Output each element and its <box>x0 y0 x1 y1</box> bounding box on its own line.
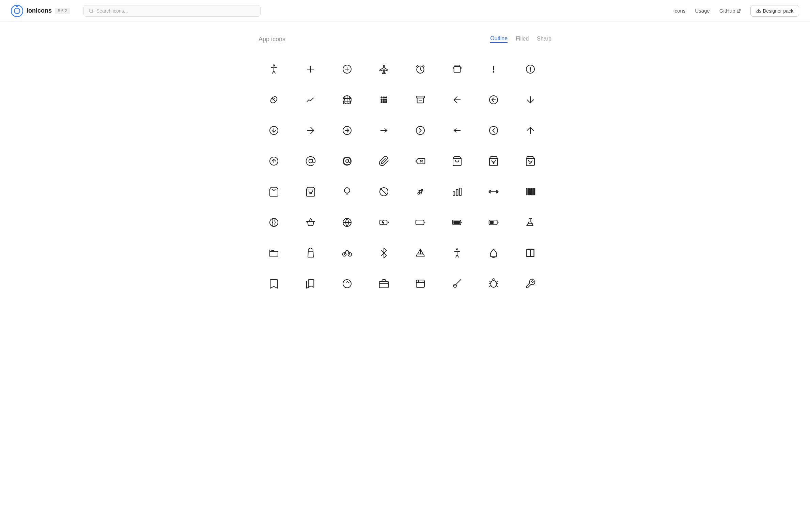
icon-bar-chart[interactable] <box>442 176 472 207</box>
svg-point-7 <box>273 65 275 66</box>
nav-github[interactable]: GitHub <box>719 8 741 14</box>
icon-add[interactable] <box>295 54 326 84</box>
icon-arrow-forward-circle[interactable] <box>332 115 362 146</box>
icon-baseball[interactable] <box>259 207 289 238</box>
icon-bag[interactable] <box>442 146 472 176</box>
icon-bluetooth[interactable] <box>369 238 399 268</box>
icon-bag-check[interactable] <box>515 146 546 176</box>
icon-battery-half[interactable] <box>478 207 509 238</box>
icon-american-football[interactable] <box>259 84 289 115</box>
svg-point-34 <box>381 99 382 100</box>
icon-at-circle[interactable] <box>332 146 362 176</box>
nav-usage[interactable]: Usage <box>695 8 710 14</box>
icon-apps[interactable] <box>369 84 399 115</box>
svg-point-1 <box>14 8 20 14</box>
icon-airplane[interactable] <box>369 54 399 84</box>
icon-bag-add[interactable] <box>478 146 509 176</box>
svg-rect-85 <box>526 189 527 195</box>
icon-bicycle[interactable] <box>332 238 362 268</box>
search-bar <box>83 5 261 17</box>
icon-ban[interactable] <box>369 176 399 207</box>
icon-at[interactable] <box>295 146 326 176</box>
icon-arrow-redo-circle[interactable] <box>405 115 436 146</box>
icon-arrow-down-circle[interactable] <box>259 115 289 146</box>
svg-line-5 <box>738 9 741 11</box>
svg-rect-15 <box>455 65 459 66</box>
icon-alarm[interactable] <box>405 54 436 84</box>
svg-line-23 <box>273 99 274 100</box>
icon-backspace[interactable] <box>405 146 436 176</box>
svg-line-125 <box>496 285 498 286</box>
svg-point-110 <box>343 280 351 288</box>
tab-sharp[interactable]: Sharp <box>537 36 551 43</box>
tab-outline[interactable]: Outline <box>490 35 508 43</box>
icon-brush[interactable] <box>442 268 472 299</box>
icon-arrow-down[interactable] <box>515 84 546 115</box>
icon-arrow-back[interactable] <box>442 84 472 115</box>
icon-boat[interactable] <box>405 238 436 268</box>
icon-arrow-back-circle[interactable] <box>478 84 509 115</box>
icon-bed[interactable] <box>259 238 289 268</box>
icon-briefcase[interactable] <box>369 268 399 299</box>
icon-grid <box>259 54 551 299</box>
icon-bookmarks[interactable] <box>295 268 326 299</box>
svg-rect-95 <box>416 220 424 224</box>
icon-battery-charging[interactable] <box>369 207 399 238</box>
icon-aperture[interactable] <box>332 84 362 115</box>
icon-alert-circle[interactable] <box>515 54 546 84</box>
icon-browser[interactable] <box>405 268 436 299</box>
icon-attach[interactable] <box>369 146 399 176</box>
icon-arrow-forward[interactable] <box>295 115 326 146</box>
icon-bag-handle[interactable] <box>259 176 289 207</box>
search-input-wrap <box>83 5 261 17</box>
svg-line-123 <box>496 281 498 282</box>
logo-area: ionicons 5.5.2 <box>11 5 70 17</box>
icon-bowling-ball[interactable] <box>332 268 362 299</box>
icon-arrow-undo[interactable] <box>442 115 472 146</box>
icon-beer[interactable] <box>295 238 326 268</box>
svg-point-58 <box>346 160 348 162</box>
icon-analytics[interactable] <box>295 84 326 115</box>
logo-text: ionicons <box>27 7 52 14</box>
icon-arrow-undo-circle[interactable] <box>478 115 509 146</box>
svg-point-33 <box>385 97 387 98</box>
icon-bonfire[interactable] <box>478 238 509 268</box>
svg-point-56 <box>309 159 312 163</box>
nav-icons[interactable]: Icons <box>673 8 686 14</box>
svg-point-91 <box>270 218 278 226</box>
icon-battery-dead[interactable] <box>405 207 436 238</box>
icon-albums[interactable] <box>442 54 472 84</box>
icon-bug[interactable] <box>478 268 509 299</box>
icon-alert[interactable] <box>478 54 509 84</box>
icon-balloon[interactable] <box>332 176 362 207</box>
icon-bookmark[interactable] <box>259 268 289 299</box>
icon-book[interactable] <box>515 238 546 268</box>
svg-rect-86 <box>528 189 528 195</box>
version-badge: 5.5.2 <box>55 8 70 14</box>
icon-barbell[interactable] <box>478 176 509 207</box>
icon-archive[interactable] <box>405 84 436 115</box>
icon-basketball[interactable] <box>332 207 362 238</box>
search-input[interactable] <box>96 8 255 14</box>
icon-arrow-up[interactable] <box>515 115 546 146</box>
icon-basket[interactable] <box>295 207 326 238</box>
icon-body[interactable] <box>442 238 472 268</box>
icon-accessibility[interactable] <box>259 54 289 84</box>
svg-point-108 <box>456 249 458 250</box>
icon-arrow-up-circle[interactable] <box>259 146 289 176</box>
svg-point-112 <box>347 281 348 282</box>
icon-bandage[interactable] <box>405 176 436 207</box>
icon-beaker[interactable] <box>515 207 546 238</box>
designer-pack-button[interactable]: Designer pack <box>750 5 799 17</box>
svg-rect-84 <box>497 191 498 192</box>
icon-add-circle[interactable] <box>332 54 362 84</box>
icon-arrow-redo[interactable] <box>369 115 399 146</box>
icon-battery-full[interactable] <box>442 207 472 238</box>
ionicons-logo-icon <box>11 5 23 17</box>
icon-bag-remove[interactable] <box>295 176 326 207</box>
tab-filled[interactable]: Filled <box>516 36 529 43</box>
svg-rect-82 <box>490 190 491 193</box>
svg-rect-98 <box>453 221 460 224</box>
icon-barcode[interactable] <box>515 176 546 207</box>
icon-build[interactable] <box>515 268 546 299</box>
